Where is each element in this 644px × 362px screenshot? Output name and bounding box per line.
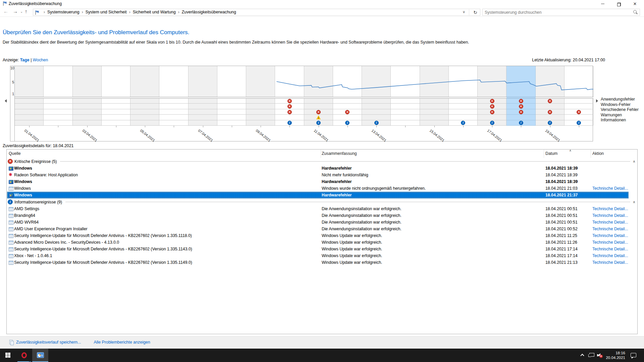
volume-muted-icon[interactable]: ✕ — [597, 353, 602, 357]
column-header-aktion[interactable]: Aktion — [592, 151, 604, 156]
miscellaneous-failure-icon: ✕ — [287, 110, 292, 114]
windows-failure-icon: ✕ — [287, 104, 292, 109]
network-icon[interactable] — [588, 353, 594, 357]
table-row[interactable]: WindowsHardwarefehler18.04.2021 21:37 — [7, 192, 637, 198]
refresh-icon[interactable]: ↻ — [469, 9, 477, 15]
x-axis-tick — [261, 126, 261, 127]
row-summary: Die Anwendungsinstallation war erfolgrei… — [322, 226, 401, 232]
close-button[interactable]: ✕ — [627, 0, 643, 7]
table-row[interactable]: WindowsHardwarefehler18.04.2021 18:39 — [7, 165, 637, 172]
table-row[interactable]: AMD WVR64Die Anwendungsinstallation war … — [7, 219, 637, 226]
forward-button[interactable]: → — [13, 8, 18, 14]
save-reliability-history-link[interactable]: Zuverlässigkeitsverlauf speichern... — [16, 340, 81, 345]
breadcrumb-item[interactable]: Zuverlässigkeitsüberwachung — [182, 10, 236, 14]
technical-details-link[interactable]: Technische Detail... — [592, 246, 628, 252]
technical-details-link[interactable]: Technische Detail... — [592, 212, 628, 219]
table-row[interactable]: ❋Radeon Software: Host ApplicationNicht … — [7, 172, 637, 178]
up-button[interactable]: ↑ — [25, 8, 28, 14]
column-header-datum[interactable]: Datum — [545, 151, 557, 156]
view-option-days[interactable]: Tage — [20, 58, 30, 62]
group-row[interactable]: ✕Kritische Ereignisse (5)∧ — [7, 158, 637, 165]
row-source: Windows — [14, 192, 32, 198]
view-option-weeks[interactable]: Wochen — [33, 58, 48, 62]
row-date: 18.04.2021 18:39 — [545, 172, 578, 178]
technical-details-link[interactable]: Technische Detail... — [592, 185, 628, 192]
x-axis-tick — [58, 126, 58, 127]
taskbar-reliability-monitor-button[interactable] — [32, 349, 48, 362]
table-row[interactable]: WindowsWindows wurde nicht ordnungsgemäß… — [7, 185, 637, 192]
row-selection-highlight — [7, 192, 629, 198]
page-title: Überprüfen Sie den Zuverlässigkeits- und… — [3, 29, 190, 36]
critical-events-icon: ✕ — [8, 159, 13, 164]
action-center-icon[interactable] — [631, 353, 636, 357]
breadcrumb-item[interactable]: Sicherheit und Wartung — [133, 10, 176, 14]
x-axis-tick — [232, 126, 232, 127]
row-summary: Windows Update war erfolgreich. — [322, 259, 382, 266]
x-axis-tick — [405, 126, 406, 127]
table-row[interactable]: Xbox - Net - 1.0.46.1Windows Update war … — [7, 252, 637, 259]
application-window-icon — [9, 247, 13, 251]
minimize-button[interactable] — [595, 0, 610, 7]
chart-scroll-left-icon[interactable] — [5, 99, 7, 103]
row-summary: Die Anwendungsinstallation war erfolgrei… — [322, 212, 401, 219]
taskbar-opera-button[interactable] — [16, 349, 32, 362]
column-header-quelle[interactable]: Quelle — [9, 151, 21, 156]
technical-details-link[interactable]: Technische Detail... — [592, 252, 628, 259]
recent-pages-chevron-icon[interactable]: ⌄ — [20, 10, 23, 13]
x-axis-tick — [116, 126, 116, 127]
row-summary: Windows Update war erfolgreich. — [322, 252, 382, 259]
x-axis-tick — [289, 126, 290, 127]
details-title: Zuverlässigkeitsdetails für: 18.04.2021 — [3, 143, 73, 148]
tray-overflow-chevron-icon[interactable] — [580, 354, 584, 357]
chart-scroll-right-icon[interactable] — [596, 99, 598, 103]
search-icon[interactable] — [633, 10, 638, 14]
technical-details-link[interactable]: Technische Detail... — [592, 232, 628, 239]
restore-button[interactable] — [611, 0, 627, 7]
breadcrumb-item[interactable]: System und Sicherheit — [86, 10, 127, 14]
back-button[interactable]: ← — [3, 8, 8, 14]
legend-label: Warnungen — [601, 113, 639, 118]
technical-details-link[interactable]: Technische Detail... — [592, 205, 628, 212]
row-source: Security Intelligence-Update für Microso… — [14, 259, 192, 266]
start-button[interactable] — [0, 349, 16, 362]
collapse-group-icon[interactable]: ∧ — [633, 200, 635, 204]
restore-icon — [617, 3, 621, 6]
group-label: Informationsereignisse (9) — [14, 200, 62, 204]
footer-bar: Zuverlässigkeitsverlauf speichern...Alle… — [0, 336, 644, 349]
breadcrumb-item[interactable]: Systemsteuerung — [47, 10, 79, 14]
miscellaneous-failure-icon: ✕ — [316, 110, 321, 114]
technical-details-link[interactable]: Technische Detail... — [592, 239, 628, 246]
miscellaneous-failure-icon: ✕ — [490, 110, 494, 114]
view-all-problem-reports-link[interactable]: Alle Problemberichte anzeigen — [94, 340, 150, 345]
x-axis-tick — [434, 126, 435, 127]
table-row[interactable]: WindowsHardwarefehler18.04.2021 18:39 — [7, 178, 637, 185]
windows-failure-icon: ✕ — [490, 104, 494, 109]
table-row[interactable]: Security Intelligence-Update für Microso… — [7, 246, 637, 252]
clock-date: 20.04.2021 — [604, 355, 625, 360]
reliability-monitor-icon — [37, 352, 44, 358]
technical-details-link[interactable]: Technische Detail... — [592, 219, 628, 226]
table-row[interactable]: Advanced Micro Devices Inc. - SecurityDe… — [7, 239, 637, 246]
address-bar[interactable]: ›Systemsteuerung›System und Sicherheit›S… — [33, 9, 480, 16]
technical-details-link[interactable]: Technische Detail... — [592, 259, 628, 266]
table-row[interactable]: AMD SettingsDie Anwendungsinstallation w… — [7, 205, 637, 212]
group-row[interactable]: iInformationsereignisse (9)∧ — [7, 198, 637, 205]
technical-details-link[interactable]: Technische Detail... — [592, 226, 628, 232]
table-body: ✕Kritische Ereignisse (5)∧WindowsHardwar… — [7, 158, 637, 266]
miscellaneous-failure-icon: ✕ — [519, 110, 523, 114]
y-axis-tick-10: 10 — [10, 66, 14, 70]
taskbar-clock[interactable]: 18:16 20.04.2021 — [604, 351, 625, 360]
breadcrumb-separator-icon: › — [82, 10, 83, 14]
row-date: 18.04.2021 17:14 — [545, 246, 578, 252]
table-row[interactable]: Branding64Die Anwendungsinstallation war… — [7, 212, 637, 219]
application-window-icon — [9, 241, 13, 245]
table-row[interactable]: Security Intelligence-Update für Microso… — [7, 232, 637, 239]
application-failure-icon: ✕ — [548, 99, 552, 103]
search-input[interactable] — [485, 9, 629, 15]
table-row[interactable]: AMD User Experience Program InstallerDie… — [7, 226, 637, 232]
collapse-group-icon[interactable]: ∧ — [633, 160, 635, 163]
x-axis-tick — [145, 126, 145, 127]
address-dropdown-chevron-icon[interactable]: ∨ — [463, 10, 465, 14]
table-row[interactable]: Security Intelligence-Update für Microso… — [7, 259, 637, 266]
column-header-zusammenfassung[interactable]: Zusammenfassung — [322, 151, 357, 156]
